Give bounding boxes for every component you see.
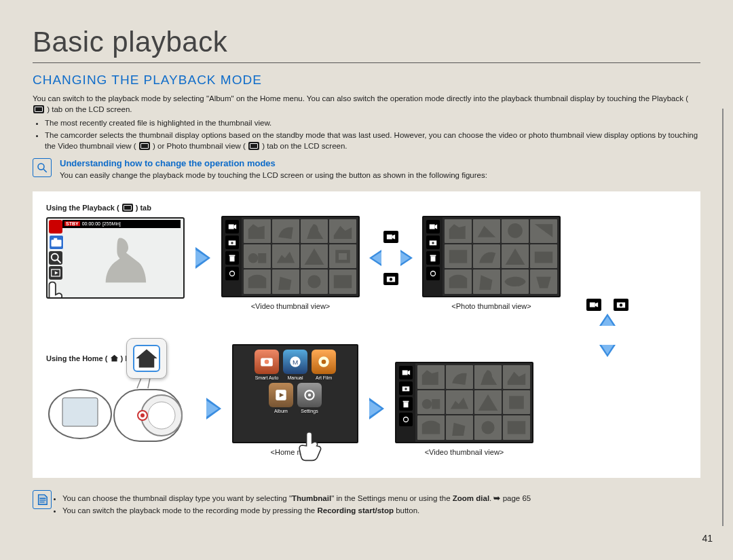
lcd-screen: STBY 00:00:00 [255Min] [46, 217, 185, 299]
svg-rect-68 [402, 370, 408, 375]
bullet-1: The most recently created file is highli… [45, 117, 700, 128]
app-smart-auto[interactable] [255, 350, 279, 374]
svg-point-65 [308, 393, 311, 396]
lcd-time: 00:00:00 [82, 221, 100, 226]
touch-hand-icon [46, 278, 73, 299]
note-icon [33, 490, 52, 509]
delete-icon-3[interactable] [399, 397, 413, 411]
bullet-2c: ) tab on the LCD screen. [262, 142, 347, 150]
home-glyph-icon [110, 354, 119, 362]
photo-mode-icon-2[interactable] [426, 236, 440, 249]
app-label-1: Manual [288, 375, 303, 380]
app-settings[interactable] [297, 383, 322, 407]
arrow-right-icon-3 [368, 395, 386, 422]
svg-rect-10 [229, 224, 234, 229]
svg-point-74 [404, 417, 409, 422]
page-number: 41 [702, 533, 713, 544]
video-thumbnail-screen-2 [395, 362, 533, 443]
delete-icon[interactable] [225, 251, 239, 265]
svg-point-57 [265, 359, 269, 364]
camera-tab-icon[interactable] [49, 235, 64, 250]
arrow-right-icon [194, 244, 212, 272]
svg-point-51 [140, 413, 145, 417]
zoom-tab-icon[interactable] [49, 251, 62, 265]
intro-text-2: ) tab on the LCD screen. [47, 105, 132, 113]
svg-rect-37 [590, 302, 595, 307]
svg-rect-72 [404, 402, 409, 407]
app-label-2: Art Film [316, 375, 332, 380]
touch-hand-icon-2 [295, 429, 327, 462]
delete-icon-2[interactable] [426, 251, 440, 265]
app-album[interactable] [269, 383, 293, 407]
caption-photo-thumb: <Photo thumbnail view> [451, 302, 531, 310]
intro-bullets: The most recently created file is highli… [45, 117, 700, 151]
app-art-film[interactable] [312, 350, 336, 374]
home-button[interactable] [133, 345, 160, 372]
svg-point-27 [390, 278, 392, 280]
svg-rect-73 [403, 400, 409, 402]
mini-video-icon [383, 231, 398, 243]
svg-point-61 [322, 359, 326, 364]
page-title: Basic playback [33, 26, 700, 58]
intro-text-1: You can switch to the playback mode by s… [33, 94, 688, 102]
settings-small-icon[interactable] [225, 267, 239, 280]
svg-point-77 [481, 421, 494, 434]
settings-small-icon-2[interactable] [426, 267, 440, 280]
bullet-2: The camcorder selects the thumbnail disp… [45, 130, 700, 151]
svg-rect-2 [52, 240, 62, 246]
playback-tab-icon [33, 105, 44, 113]
cap-hm-a: Using the Home ( [46, 354, 107, 362]
video-thumb-grid[interactable] [242, 217, 358, 296]
video-mode-icon[interactable] [225, 220, 239, 234]
stby-indicator: STBY [64, 221, 80, 226]
note-1: You can choose the thumbnail display typ… [62, 493, 531, 504]
settings-small-icon-3[interactable] [399, 413, 413, 426]
svg-rect-14 [230, 256, 235, 261]
arrow-up-down-icon [597, 314, 618, 357]
record-tab-icon[interactable] [49, 220, 62, 234]
app-manual[interactable]: M [283, 350, 307, 374]
svg-line-5 [58, 259, 61, 263]
svg-point-31 [432, 242, 434, 244]
caption-video-thumb: <Video thumbnail view> [251, 302, 331, 310]
diagram-panel: Using the Playback ( ) tab STBY 00:00:00… [33, 191, 700, 478]
arrow-right-icon-2 [205, 395, 223, 422]
svg-point-35 [508, 223, 523, 238]
lcd-remain: [255Min] [102, 221, 121, 226]
bullet-2b: ) or Photo thumbnail view ( [153, 142, 246, 150]
svg-rect-36 [449, 250, 467, 263]
svg-point-4 [52, 253, 58, 260]
svg-point-40 [620, 303, 622, 306]
svg-marker-69 [408, 370, 411, 375]
app-label-3: Album [274, 409, 288, 413]
app-label-4: Settings [301, 409, 318, 413]
svg-point-75 [422, 399, 432, 409]
sub-heading: Understanding how to change the operatio… [60, 158, 487, 168]
svg-point-0 [38, 164, 44, 170]
sub-body: You can easily change the playback mode … [60, 170, 487, 181]
video-thumbnail-screen [221, 216, 360, 297]
title-rule [33, 62, 700, 63]
section-heading: CHANGING THE PLAYBACK MODE [33, 73, 700, 88]
playback-tab-icon-btn[interactable] [49, 266, 62, 280]
photo-thumbnail-screen [422, 216, 561, 297]
photo-mode-icon[interactable] [225, 236, 239, 249]
lcd-topbar: STBY 00:00:00 [255Min] [62, 220, 181, 228]
svg-marker-7 [55, 271, 58, 274]
note-block: You can choose the thumbnail display typ… [33, 490, 700, 521]
mini-photo-icon [383, 273, 398, 285]
cap-pt-a: Using the Playback ( [46, 204, 119, 212]
svg-line-1 [43, 170, 47, 173]
video-thumb-grid-2[interactable] [415, 363, 532, 442]
photo-thumb-icon [248, 142, 259, 150]
photo-mode-icon-3[interactable] [399, 381, 413, 395]
video-thumb-icon [139, 142, 150, 150]
video-mode-icon-3[interactable] [399, 366, 413, 379]
svg-point-13 [231, 242, 233, 244]
photo-thumb-grid[interactable] [443, 217, 559, 296]
video-mode-icon-2[interactable] [426, 220, 440, 234]
svg-rect-18 [258, 253, 266, 263]
svg-rect-20 [387, 234, 392, 239]
svg-marker-29 [435, 224, 438, 229]
magnifier-icon [33, 158, 52, 177]
